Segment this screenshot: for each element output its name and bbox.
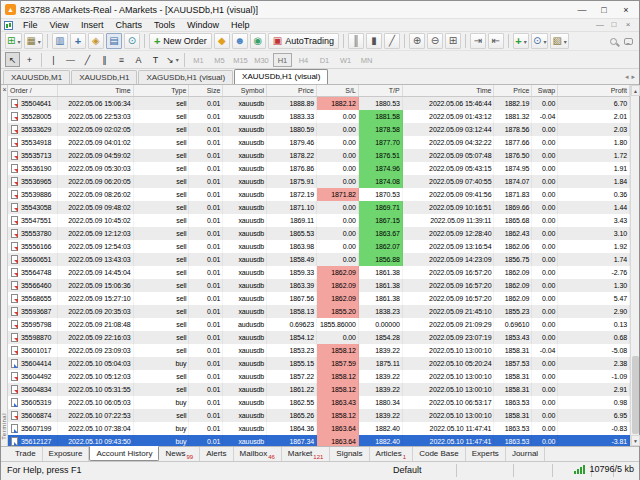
column-header-sl-6[interactable]: S/L [317,85,359,96]
history-row-35604492[interactable]: 356044922022.05.10 05:12:03sell0.01xauus… [8,370,630,383]
column-header-symbol-4[interactable]: Symbol [223,85,267,96]
column-header-type-2[interactable]: Type [134,85,190,96]
tab-signals[interactable]: Signals [330,447,369,461]
horizontal-line-tool-button[interactable]: — [63,52,78,67]
history-row-35556166[interactable]: 355561662022.05.09 12:54:03sell0.01xauus… [8,240,630,253]
column-header-price-9[interactable]: Price [494,85,532,96]
zoom-out-button[interactable]: ⊖ [427,33,443,49]
column-header-swap-10[interactable]: Swap [532,85,558,96]
tab-market[interactable]: Market121 [282,447,330,461]
history-row-35595798[interactable]: 355957982022.05.09 21:08:48sell0.01audus… [8,318,630,331]
market-watch-button[interactable]: ▥ [52,33,68,49]
auto-scroll-button[interactable]: ⇥ [470,33,486,49]
column-header-time-8[interactable]: Time [403,85,495,96]
chart-shift-button[interactable]: ⇤ [488,33,504,49]
timeframe-h1-button[interactable]: H1 [273,53,292,67]
bar-chart-button[interactable]: ║ [348,33,364,49]
zoom-in-button[interactable]: ⊕ [409,33,425,49]
child-restore-button[interactable]: □ [607,19,621,31]
menu-charts[interactable]: Charts [109,19,148,32]
history-row-35535713[interactable]: 355357132022.05.09 04:59:02sell0.01xauus… [8,149,630,162]
navigator-button[interactable]: ◈ [88,33,104,49]
chart-tab-3[interactable]: XAUUSDb,H1 (visual) [234,69,328,84]
chart-tab-2[interactable]: XAGUSDb,H1 (visual) [138,70,233,84]
arrows-tool-button[interactable]: ↘▾ [165,52,180,67]
history-row-35568655[interactable]: 355686552022.05.09 15:27:10sell0.01xauus… [8,292,630,305]
timeframe-m5-button[interactable]: M5 [210,53,229,67]
history-row-35560651[interactable]: 355606512022.05.09 13:43:03sell0.01xauus… [8,253,630,266]
terminal-close-icon[interactable]: × [1,86,8,94]
tabs-scroll-left-icon[interactable]: ◂ [625,73,629,81]
history-row-35566460[interactable]: 355664602022.05.09 15:06:36sell0.01xauus… [8,279,630,292]
templates-button[interactable]: ▧▾ [550,33,568,49]
history-row-35534918[interactable]: 355349182022.05.09 04:01:02sell0.01xauus… [8,136,630,149]
history-row-35564748[interactable]: 355647482022.05.09 14:45:04sell0.01xauus… [8,266,630,279]
close-button[interactable]: × [615,2,637,18]
menu-tools[interactable]: Tools [148,19,181,32]
timeframe-m30-button[interactable]: M30 [252,53,271,67]
history-row-35553780[interactable]: 355537802022.05.09 12:12:03sell0.01xauus… [8,227,630,240]
new-order-button[interactable]: +New Order [149,33,212,49]
indicators-dropdown-icon[interactable]: ▾ [524,38,527,45]
history-row-35543058[interactable]: 355430582022.05.09 09:48:02sell0.01xauus… [8,201,630,214]
status-profile-name[interactable]: Default [393,465,422,475]
menu-file[interactable]: File [17,19,44,32]
tab-news[interactable]: News99 [159,447,200,461]
history-row-35539886[interactable]: 355398862022.05.09 08:26:02sell0.01xauus… [8,188,630,201]
history-row-35547551[interactable]: 355475512022.05.09 10:45:02sell0.01xauus… [8,214,630,227]
profiles-dropdown-icon[interactable]: ▾ [38,38,41,45]
tab-exposure[interactable]: Exposure [43,447,90,461]
new-chart-dropdown-icon[interactable]: ▾ [17,38,20,45]
history-row-35593687[interactable]: 355936872022.05.09 20:35:03sell0.01xauus… [8,305,630,318]
tabs-scroll-right-icon[interactable]: ▸ [631,73,635,81]
vertical-line-tool-button[interactable]: | [46,52,61,67]
profiles-button[interactable]: ▦▾ [24,33,42,49]
maximize-button[interactable]: □ [593,2,615,18]
crosshair-tool-button[interactable]: + [22,52,37,67]
periods-button[interactable]: ⊙▾ [531,33,548,49]
new-chart-button[interactable]: ⊞▾ [5,33,22,49]
terminal-button[interactable]: ▤ [106,33,122,49]
timeframe-w1-button[interactable]: W1 [336,53,355,67]
column-header-profit-11[interactable]: Profit [558,85,630,96]
history-row-35504641[interactable]: 355046412022.05.06 15:06:34sell0.01xauus… [8,97,630,110]
text-label-tool-button[interactable]: T [148,52,163,67]
cursor-tool-button[interactable]: ↖ [5,52,20,67]
scroll-down-icon[interactable]: ▼ [631,435,640,446]
candlestick-chart-button[interactable]: ▮ [366,33,382,49]
timeframe-h4-button[interactable]: H4 [294,53,313,67]
timeframe-mn-button[interactable]: MN [357,53,376,67]
periods-dropdown-icon[interactable]: ▾ [543,38,546,45]
history-row-35604414[interactable]: 356044142022.05.10 05:04:03buy0.01xauusd… [8,357,630,370]
menu-view[interactable]: View [44,19,75,32]
tab-code-base[interactable]: Code Base [413,447,466,461]
timeframe-m15-button[interactable]: M15 [231,53,250,67]
strategy-tester-button[interactable]: ⊙ [124,33,140,49]
vertical-scrollbar[interactable]: ▲ ▼ [630,85,639,446]
menu-help[interactable]: Help [225,19,256,32]
column-header-tp-7[interactable]: T/P [359,85,403,96]
mql-community-button[interactable]: ☻ [232,33,248,49]
column-header-size-3[interactable]: Size [189,85,223,96]
tab-trade[interactable]: Trade [9,447,43,461]
scroll-up-icon[interactable]: ▲ [631,85,640,96]
fibonacci-tool-button[interactable]: ≡ [114,52,129,67]
tab-alerts[interactable]: Alerts [200,447,233,461]
history-row-35598870[interactable]: 355988702022.05.09 22:16:03sell0.01xauus… [8,331,630,344]
history-row-35605319[interactable]: 356053192022.05.10 06:05:03buy0.01xauusd… [8,396,630,409]
history-row-35536190[interactable]: 355361902022.05.09 05:30:03sell0.01xauus… [8,162,630,175]
tab-mailbox[interactable]: Mailbox46 [234,447,282,461]
scrollbar-thumb[interactable] [632,356,639,434]
tab-account-history[interactable]: Account History [89,446,159,461]
data-window-button[interactable]: + [70,33,86,49]
chat-icon[interactable] [624,38,633,45]
metaeditor-button[interactable]: ◆ [214,33,230,49]
line-chart-button[interactable]: ╱ [384,33,400,49]
history-row-35533629[interactable]: 355336292022.05.09 02:02:05sell0.01xauus… [8,123,630,136]
autotrading-button[interactable]: ▣AutoTrading [268,33,339,49]
column-header-order-0[interactable]: Order / [8,85,58,96]
tile-windows-button[interactable]: ⊞ [445,33,461,49]
timeframe-d1-button[interactable]: D1 [315,53,334,67]
history-row-35536965[interactable]: 355369652022.05.09 06:20:05sell0.01xauus… [8,175,630,188]
tab-experts[interactable]: Experts [466,447,506,461]
